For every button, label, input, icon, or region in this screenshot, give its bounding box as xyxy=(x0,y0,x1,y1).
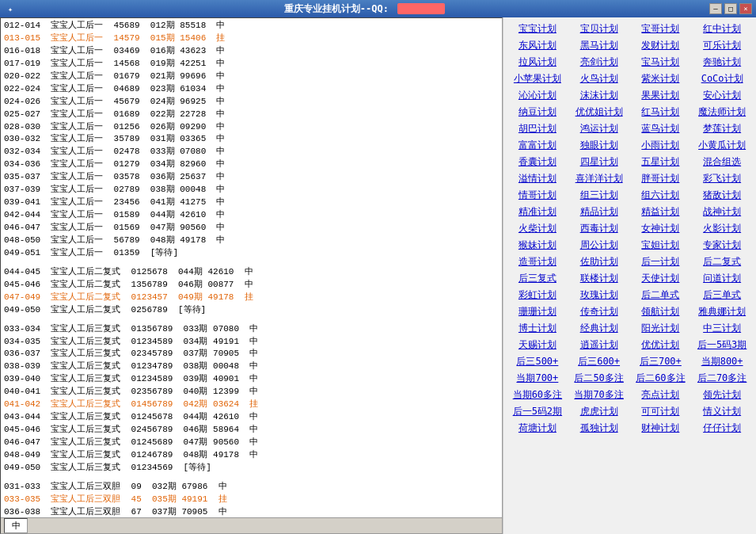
content-scroll[interactable]: 012-014 宝宝人工后一 45689 012期 85518 中013-015… xyxy=(1,18,502,533)
plan-link[interactable]: 火鸟计划 xyxy=(568,71,630,87)
plan-link[interactable]: 可可计划 xyxy=(630,403,692,420)
plan-link[interactable]: 彩飞计划 xyxy=(691,170,753,187)
plan-link[interactable]: 溢情计划 xyxy=(507,170,568,187)
plan-link[interactable]: 荷塘计划 xyxy=(507,420,568,437)
plan-link[interactable]: 当期70多注 xyxy=(568,387,630,403)
plan-link[interactable]: 彩虹计划 xyxy=(507,287,568,303)
plan-link[interactable]: 后一5码2期 xyxy=(507,403,568,420)
plan-link[interactable]: 联楼计划 xyxy=(568,270,630,287)
plan-link[interactable]: 天赐计划 xyxy=(507,337,568,353)
plan-link[interactable]: 五星计划 xyxy=(630,154,692,170)
plan-link[interactable]: 沫沫计划 xyxy=(568,87,630,104)
plan-link[interactable]: 鸿运计划 xyxy=(568,120,630,137)
plan-link[interactable]: 后二60多注 xyxy=(630,370,692,387)
plan-link[interactable]: 后二复式 xyxy=(691,254,753,270)
plan-link[interactable]: 安心计划 xyxy=(691,87,753,104)
plan-link[interactable]: 后二单式 xyxy=(630,287,692,303)
plan-link[interactable]: 混合组选 xyxy=(691,154,753,170)
plan-link[interactable]: 后三单式 xyxy=(691,287,753,303)
plan-link[interactable]: 专家计划 xyxy=(691,237,753,254)
plan-link[interactable]: CoCo计划 xyxy=(691,71,753,87)
plan-link[interactable]: 沁沁计划 xyxy=(507,87,568,104)
plan-link[interactable]: 当期700+ xyxy=(507,370,568,387)
plan-link[interactable]: 火影计划 xyxy=(691,220,753,237)
plan-link[interactable]: 小黄瓜计划 xyxy=(691,137,753,154)
plan-link[interactable]: 宝哥计划 xyxy=(630,21,692,37)
plan-link[interactable]: 财神计划 xyxy=(630,420,692,437)
plan-link[interactable]: 女神计划 xyxy=(630,220,692,237)
maximize-button[interactable]: □ xyxy=(724,3,737,14)
plan-link[interactable]: 战神计划 xyxy=(691,204,753,220)
plan-link[interactable]: 后三复式 xyxy=(507,270,568,287)
plan-link[interactable]: 情义计划 xyxy=(691,403,753,420)
plan-link[interactable]: 可乐计划 xyxy=(691,37,753,54)
plan-link[interactable]: 雅典娜计划 xyxy=(691,303,753,320)
close-button[interactable]: × xyxy=(739,3,752,14)
plan-link[interactable]: 猴妹计划 xyxy=(507,237,568,254)
plan-link[interactable]: 果果计划 xyxy=(630,87,692,104)
plan-link[interactable]: 猪敌计划 xyxy=(691,187,753,204)
plan-link[interactable]: 领航计划 xyxy=(630,303,692,320)
plan-link[interactable]: 黑马计划 xyxy=(568,37,630,54)
plan-link[interactable]: 四星计划 xyxy=(568,154,630,170)
plan-link[interactable]: 精品计划 xyxy=(568,204,630,220)
plan-link[interactable]: 博士计划 xyxy=(507,320,568,337)
plan-link[interactable]: 后一计划 xyxy=(630,254,692,270)
plan-link[interactable]: 组六计划 xyxy=(630,187,692,204)
plan-link[interactable]: 纳豆计划 xyxy=(507,104,568,120)
plan-link[interactable]: 西毒计划 xyxy=(568,220,630,237)
plan-link[interactable]: 宝妲计划 xyxy=(630,237,692,254)
plan-link[interactable]: 后三500+ xyxy=(507,353,568,370)
plan-link[interactable]: 东风计划 xyxy=(507,37,568,54)
plan-link[interactable]: 虎虎计划 xyxy=(568,403,630,420)
plan-link[interactable]: 珊珊计划 xyxy=(507,303,568,320)
plan-link[interactable]: 周公计划 xyxy=(568,237,630,254)
plan-link[interactable]: 小雨计划 xyxy=(630,137,692,154)
plan-link[interactable]: 紫米计划 xyxy=(630,71,692,87)
plan-link[interactable]: 天使计划 xyxy=(630,270,692,287)
plan-link[interactable]: 独眼计划 xyxy=(568,137,630,154)
minimize-button[interactable]: — xyxy=(709,3,722,14)
plan-link[interactable]: 传奇计划 xyxy=(568,303,630,320)
plan-link[interactable]: 后三600+ xyxy=(568,353,630,370)
plan-link[interactable]: 逍遥计划 xyxy=(568,337,630,353)
plan-link[interactable]: 亮点计划 xyxy=(630,387,692,403)
plan-link[interactable]: 问道计划 xyxy=(691,270,753,287)
plan-link[interactable]: 红中计划 xyxy=(691,21,753,37)
plan-link[interactable]: 亮剑计划 xyxy=(568,54,630,71)
plan-link[interactable]: 后一5码3期 xyxy=(691,337,753,353)
plan-link[interactable]: 佐助计划 xyxy=(568,254,630,270)
plan-link[interactable]: 优优计划 xyxy=(630,337,692,353)
plan-link[interactable]: 领先计划 xyxy=(691,387,753,403)
plan-link[interactable]: 蓝鸟计划 xyxy=(630,120,692,137)
plan-link[interactable]: 优优姐计划 xyxy=(568,104,630,120)
plan-link[interactable]: 小苹果计划 xyxy=(507,71,568,87)
plan-link[interactable]: 香囊计划 xyxy=(507,154,568,170)
plan-link[interactable]: 胖哥计划 xyxy=(630,170,692,187)
plan-link[interactable]: 当期60多注 xyxy=(507,387,568,403)
plan-link[interactable]: 当期800+ xyxy=(691,353,753,370)
plan-link[interactable]: 富富计划 xyxy=(507,137,568,154)
plan-link[interactable]: 宝宝计划 xyxy=(507,21,568,37)
plan-link[interactable]: 玫瑰计划 xyxy=(568,287,630,303)
plan-link[interactable]: 宝马计划 xyxy=(630,54,692,71)
plan-link[interactable]: 喜洋洋计划 xyxy=(568,170,630,187)
plan-link[interactable]: 造哥计划 xyxy=(507,254,568,270)
plan-link[interactable]: 奔驰计划 xyxy=(691,54,753,71)
plan-link[interactable]: 红马计划 xyxy=(630,104,692,120)
plan-link[interactable]: 胡巴计划 xyxy=(507,120,568,137)
plan-link[interactable]: 经典计划 xyxy=(568,320,630,337)
plan-link[interactable]: 阳光计划 xyxy=(630,320,692,337)
plan-link[interactable]: 拉风计划 xyxy=(507,54,568,71)
plan-link[interactable]: 梦莲计划 xyxy=(691,120,753,137)
plan-link[interactable]: 仔仔计划 xyxy=(691,420,753,437)
plan-link[interactable]: 精益计划 xyxy=(630,204,692,220)
plan-link[interactable]: 魔法师计划 xyxy=(691,104,753,120)
plan-link[interactable]: 火柴计划 xyxy=(507,220,568,237)
plan-link[interactable]: 宝贝计划 xyxy=(568,21,630,37)
plan-link[interactable]: 后二70多注 xyxy=(691,370,753,387)
plan-link[interactable]: 孤独计划 xyxy=(568,420,630,437)
plan-link[interactable]: 精准计划 xyxy=(507,204,568,220)
plan-link[interactable]: 中三计划 xyxy=(691,320,753,337)
plan-link[interactable]: 后二50多注 xyxy=(568,370,630,387)
